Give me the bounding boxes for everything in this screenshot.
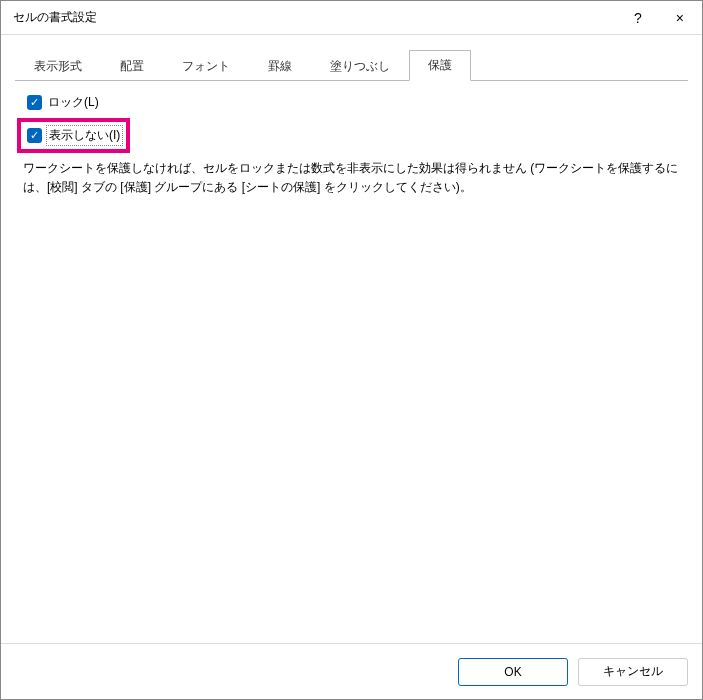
tab-protection[interactable]: 保護: [409, 50, 471, 81]
tab-border[interactable]: 罫線: [249, 51, 311, 81]
hidden-checkbox[interactable]: [27, 128, 42, 143]
lock-row: ロック(L): [23, 93, 680, 112]
tab-alignment[interactable]: 配置: [101, 51, 163, 81]
lock-checkbox[interactable]: [27, 95, 42, 110]
titlebar-controls: ? ×: [624, 6, 694, 30]
cancel-button[interactable]: キャンセル: [578, 658, 688, 686]
tab-number-format[interactable]: 表示形式: [15, 51, 101, 81]
tab-fill[interactable]: 塗りつぶし: [311, 51, 409, 81]
lock-label: ロック(L): [46, 93, 101, 112]
close-button[interactable]: ×: [666, 6, 694, 30]
cell-format-dialog: セルの書式設定 ? × 表示形式 配置 フォント 罫線 塗りつぶし 保護 ロック…: [0, 0, 703, 700]
protection-description: ワークシートを保護しなければ、セルをロックまたは数式を非表示にした効果は得られま…: [23, 159, 680, 197]
hidden-label: 表示しない(I): [46, 125, 123, 146]
titlebar: セルの書式設定 ? ×: [1, 1, 702, 35]
ok-button[interactable]: OK: [458, 658, 568, 686]
dialog-title: セルの書式設定: [13, 9, 97, 26]
protection-panel: ロック(L) 表示しない(I) ワークシートを保護しなければ、セルをロックまたは…: [15, 80, 688, 643]
button-bar: OK キャンセル: [1, 643, 702, 699]
tab-font[interactable]: フォント: [163, 51, 249, 81]
content-area: 表示形式 配置 フォント 罫線 塗りつぶし 保護 ロック(L) 表示しない(I)…: [1, 35, 702, 643]
tab-strip: 表示形式 配置 フォント 罫線 塗りつぶし 保護: [15, 49, 688, 80]
hidden-highlight: 表示しない(I): [17, 118, 130, 153]
help-button[interactable]: ?: [624, 6, 652, 30]
